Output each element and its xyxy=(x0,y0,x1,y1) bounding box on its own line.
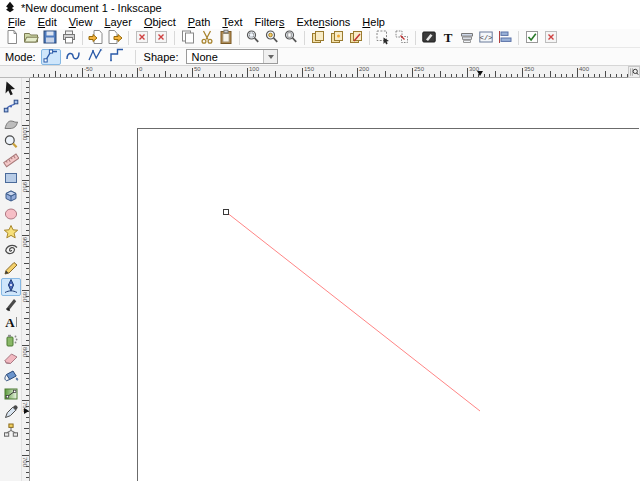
create-clone-button[interactable] xyxy=(328,29,346,47)
ruler-tick xyxy=(236,74,237,78)
path-anchor-node[interactable] xyxy=(224,210,229,215)
ruler-tick xyxy=(181,74,182,78)
paste-button[interactable] xyxy=(217,29,235,47)
new-document-button[interactable] xyxy=(3,29,21,47)
toolbar-separator xyxy=(369,31,370,45)
menu-item-file[interactable]: File xyxy=(2,16,32,29)
ruler-tick xyxy=(26,433,29,434)
spray-tool-button[interactable] xyxy=(1,332,21,350)
ruler-tick xyxy=(209,74,210,78)
ruler-tick xyxy=(511,74,512,78)
import-button[interactable] xyxy=(87,29,105,47)
open-document-button[interactable] xyxy=(22,29,40,47)
ruler-tick xyxy=(24,208,29,209)
horizontal-ruler[interactable]: -50050100150200250300350400 xyxy=(30,66,628,78)
cut-button[interactable] xyxy=(198,29,216,47)
chevron-down-icon[interactable] xyxy=(263,50,277,63)
ruler-label: 0 xyxy=(139,66,142,72)
eraser-tool-button[interactable] xyxy=(1,350,21,368)
group-icon xyxy=(375,29,391,48)
ruler-tick xyxy=(291,74,292,78)
fill-stroke-dialog-button[interactable] xyxy=(420,29,438,47)
menu-item-object[interactable]: Object xyxy=(138,16,182,29)
redo-button[interactable] xyxy=(152,29,170,47)
ruler-tick xyxy=(588,74,589,78)
ruler-tick xyxy=(242,74,243,78)
pen-tool-button[interactable] xyxy=(1,278,21,296)
vertical-ruler[interactable]: 1000950900850800750700 xyxy=(22,78,30,481)
group-button[interactable] xyxy=(374,29,392,47)
zoom-tool-button[interactable] xyxy=(1,134,21,152)
undo-button[interactable] xyxy=(133,29,151,47)
zoom-to-selection-button[interactable] xyxy=(244,29,262,47)
ruler-tick xyxy=(26,296,29,297)
dropper-tool-button[interactable] xyxy=(1,404,21,422)
ruler-tick xyxy=(176,74,177,78)
straight-segments-mode-button[interactable] xyxy=(85,49,105,65)
rectangle-tool-button[interactable] xyxy=(1,170,21,188)
connector-icon xyxy=(3,422,19,441)
align-distribute-button[interactable] xyxy=(496,29,514,47)
gradient-tool-button[interactable] xyxy=(1,386,21,404)
box3d-tool-button[interactable] xyxy=(1,188,21,206)
ruler-tick xyxy=(26,389,29,390)
menu-item-extensions[interactable]: Extensions xyxy=(291,16,357,29)
ungroup-button[interactable] xyxy=(393,29,411,47)
ruler-tick xyxy=(88,74,89,78)
pen-nib-icon xyxy=(3,278,19,297)
duplicate-button[interactable] xyxy=(309,29,327,47)
xml-editor-button[interactable]: </> xyxy=(477,29,495,47)
document-properties-button[interactable] xyxy=(542,29,560,47)
ruler-tick xyxy=(324,74,325,78)
print-document-button[interactable] xyxy=(60,29,78,47)
layers-dialog-button[interactable] xyxy=(458,29,476,47)
tweak-tool-button[interactable] xyxy=(1,116,21,134)
save-document-button[interactable] xyxy=(41,29,59,47)
spiro-path-mode-button[interactable] xyxy=(63,49,83,65)
ruler-tick xyxy=(528,74,529,78)
spiral-tool-button[interactable] xyxy=(1,242,21,260)
export-button[interactable] xyxy=(106,29,124,47)
scissors-icon xyxy=(199,29,215,48)
unlink-clone-button[interactable] xyxy=(347,29,365,47)
ruler-tick xyxy=(539,74,540,78)
measure-tool-button[interactable] xyxy=(1,152,21,170)
star-tool-button[interactable] xyxy=(1,224,21,242)
copy-button[interactable] xyxy=(179,29,197,47)
zoom-drawing-icon xyxy=(264,29,280,48)
ruler-tick xyxy=(203,74,204,78)
paraxial-segments-mode-button[interactable] xyxy=(107,49,127,65)
calligraphy-tool-button[interactable] xyxy=(1,296,21,314)
menu-item-edit[interactable]: Edit xyxy=(32,16,63,29)
ruler-tick xyxy=(572,74,573,78)
sticky-zoom-button[interactable] xyxy=(628,66,640,78)
canvas[interactable] xyxy=(30,78,640,481)
selector-tool-button[interactable] xyxy=(1,80,21,98)
menu-item-text[interactable]: Text xyxy=(216,16,248,29)
ruler-tick xyxy=(308,74,309,78)
menu-item-filters[interactable]: Filters xyxy=(249,16,291,29)
text-dialog-button[interactable]: T xyxy=(439,29,457,47)
zoom-to-drawing-button[interactable] xyxy=(263,29,281,47)
ellipse-tool-button[interactable] xyxy=(1,206,21,224)
ruler-tick xyxy=(137,68,138,77)
shape-select[interactable]: None xyxy=(186,49,278,64)
ruler-label: -50 xyxy=(84,66,93,72)
ruler-tick xyxy=(418,74,419,78)
menu-item-path[interactable]: Path xyxy=(182,16,217,29)
ruler-tick xyxy=(26,219,29,220)
node-editor-tool-button[interactable] xyxy=(1,98,21,116)
ruler-tick xyxy=(26,268,29,269)
pencil-tool-button[interactable] xyxy=(1,260,21,278)
text-tool-button[interactable]: A xyxy=(1,314,21,332)
zoom-to-page-button[interactable] xyxy=(282,29,300,47)
paraxial-segments-icon xyxy=(109,47,125,66)
connector-tool-button[interactable] xyxy=(1,422,21,440)
menu-item-help[interactable]: Help xyxy=(356,16,391,29)
preferences-button[interactable] xyxy=(523,29,541,47)
paint-bucket-tool-button[interactable] xyxy=(1,368,21,386)
menu-item-layer[interactable]: Layer xyxy=(98,16,138,29)
bezier-path-mode-button[interactable] xyxy=(41,49,61,65)
menu-item-view[interactable]: View xyxy=(63,16,99,29)
star-icon xyxy=(3,224,19,243)
